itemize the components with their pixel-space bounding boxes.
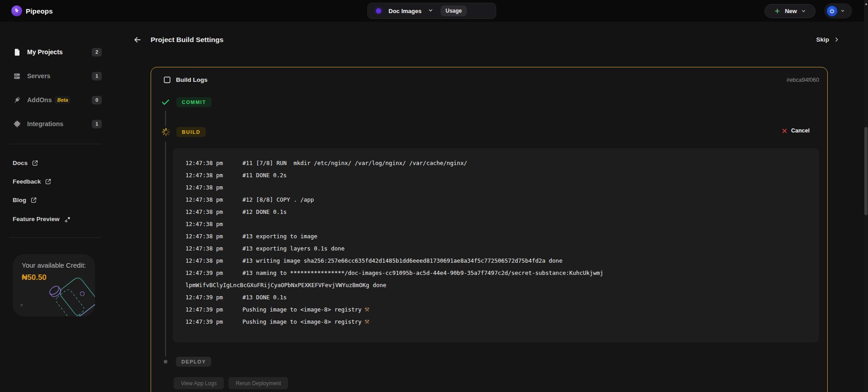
log-line: 12:47:39 pmPushing image to <image-8> re… (185, 303, 806, 316)
close-icon (782, 128, 787, 134)
deploy-badge: DEPLOY (176, 357, 211, 367)
credit-title: Your available Credit: (22, 261, 86, 269)
log-timestamp: 12:47:38 pm (185, 206, 242, 218)
sidebar-divider (9, 237, 101, 238)
credit-amount: ₦50.50 (22, 273, 47, 282)
chevron-down-icon (840, 9, 845, 13)
power-icon (829, 8, 835, 14)
log-message: Pushing image to <image-8> registry (242, 318, 361, 325)
external-link-icon (30, 197, 37, 203)
credit-card: Your available Credit: ₦50.50 + (13, 254, 95, 316)
log-timestamp: 12:47:38 pm (185, 181, 242, 194)
sidebar-link-blog[interactable]: Blog (13, 197, 37, 203)
log-message: #11 DONE 0.2s (242, 172, 287, 179)
rocket-icon (11, 5, 22, 16)
stage-connector (165, 142, 166, 357)
scroll-up-arrow[interactable]: ▲ (864, 2, 868, 6)
sidebar-item-addons[interactable]: AddOns Beta 0 (0, 92, 109, 108)
plug-icon (13, 96, 23, 104)
log-timestamp: 12:47:39 pm (185, 316, 242, 328)
panel-actions: View App Logs Rerun Deployment (174, 377, 288, 389)
log-line: 12:47:38 pm#13 exporting to image (185, 230, 806, 242)
stage-build: BUILD (161, 127, 206, 137)
new-button-label: New (785, 8, 797, 14)
build-badge: BUILD (176, 127, 206, 137)
sidebar-item-integrations[interactable]: Integrations 1 (0, 116, 109, 132)
sidebar: My Projects 2 Servers 1 AddOns Beta 0 In… (0, 22, 109, 392)
chevron-right-icon (834, 37, 840, 43)
link-label: Docs (13, 160, 28, 166)
build-logs-panel: Build Logs #ebca94f060 COMMIT BUILD Canc… (151, 67, 828, 392)
count-badge: 1 (92, 72, 102, 80)
skip-button[interactable]: Skip (816, 36, 840, 43)
external-link-icon (45, 178, 52, 185)
link-label: Feature Preview (13, 216, 60, 222)
link-label: Blog (13, 197, 26, 203)
server-icon (13, 72, 23, 80)
sidebar-item-servers[interactable]: Servers 1 (0, 68, 109, 84)
log-timestamp: 12:47:38 pm (185, 255, 242, 267)
log-line: 12:47:38 pm#13 writing image sha256:257e… (185, 255, 806, 267)
check-icon (161, 98, 170, 107)
log-message: #13 writing image sha256:257e66cc635fd42… (242, 257, 562, 264)
page-title: Project Build Settings (151, 36, 223, 44)
panel-title: Build Logs (176, 76, 208, 83)
build-id: #ebca94f060 (787, 77, 819, 83)
spinner-icon (161, 127, 171, 137)
file-icon (13, 48, 23, 57)
build-log-terminal[interactable]: 12:47:38 pm#11 [7/8] RUN mkdir /etc/ngin… (173, 148, 819, 342)
log-line: 12:47:38 pm#11 [7/8] RUN mkdir /etc/ngin… (185, 157, 806, 169)
chevron-down-icon (801, 9, 806, 14)
stage-connector (165, 111, 166, 126)
shooting-star-icon (64, 215, 71, 223)
sidebar-divider (9, 144, 101, 144)
account-menu[interactable] (824, 3, 852, 19)
new-button[interactable]: New (764, 4, 816, 18)
log-line: 12:47:38 pm#12 DONE 0.1s (185, 206, 806, 218)
sidebar-item-my-projects[interactable]: My Projects 2 (0, 44, 109, 60)
log-timestamp: 12:47:38 pm (185, 194, 242, 206)
log-message: Pushing image to <image-8> registry (242, 306, 361, 313)
log-message: #11 [7/8] RUN mkdir /etc/nginx/ /var/log… (242, 160, 467, 166)
log-timestamp: 12:47:39 pm (185, 303, 242, 316)
sidebar-link-feature-preview[interactable]: Feature Preview (13, 215, 71, 223)
log-timestamp: 12:47:39 pm (185, 267, 242, 279)
sidebar-link-docs[interactable]: Docs (13, 160, 38, 166)
commit-badge: COMMIT (176, 97, 212, 107)
log-timestamp: 12:47:38 pm (185, 157, 242, 169)
panel-header: Build Logs #ebca94f060 (163, 76, 819, 84)
project-selector[interactable]: Doc Images Usage (367, 3, 496, 19)
cancel-button[interactable]: Cancel (782, 128, 810, 134)
log-message: #13 exporting to image (242, 233, 318, 240)
scrollbar-thumb[interactable] (864, 127, 868, 215)
log-line: 12:47:39 pmPushing image to <image-8> re… (185, 316, 806, 328)
log-message: lpmWifvBClyIgLncBcGXuFRijCyaOPbNxPEXKEFV… (185, 282, 386, 288)
rerun-deployment-button[interactable]: Rerun Deployment (228, 377, 288, 389)
log-timestamp: 12:47:38 pm (185, 169, 242, 181)
sidebar-item-label: Servers (27, 72, 50, 80)
hammer-pick-icon: ⚒ (364, 318, 369, 325)
sidebar-item-label: AddOns (27, 96, 52, 104)
stage-deploy: DEPLOY (176, 357, 211, 367)
log-message: #13 exporting layers 0.1s done (242, 245, 345, 252)
log-line: 12:47:38 pm#11 DONE 0.2s (185, 169, 806, 181)
hammer-pick-icon: ⚒ (364, 306, 369, 313)
back-arrow-icon[interactable] (133, 35, 142, 46)
log-message: #13 DONE 0.1s (242, 294, 287, 301)
brand-logo[interactable]: Pipeops (11, 5, 53, 16)
build-logs-icon (163, 76, 171, 84)
sidebar-link-feedback[interactable]: Feedback (13, 178, 52, 185)
page-scrollbar[interactable]: ▲ (864, 0, 868, 392)
chevron-down-icon[interactable] (428, 7, 433, 15)
sidebar-item-label: My Projects (27, 48, 63, 56)
stage-commit: COMMIT (161, 97, 212, 107)
puzzle-icon (13, 120, 23, 128)
skip-label: Skip (816, 36, 829, 43)
log-line: 12:47:38 pm (185, 218, 806, 230)
avatar (826, 5, 838, 17)
view-app-logs-button[interactable]: View App Logs (174, 377, 224, 389)
log-timestamp: 12:47:38 pm (185, 230, 242, 242)
log-timestamp: 12:47:38 pm (185, 218, 242, 230)
usage-button[interactable]: Usage (441, 5, 467, 16)
log-timestamp: 12:47:39 pm (185, 291, 242, 303)
